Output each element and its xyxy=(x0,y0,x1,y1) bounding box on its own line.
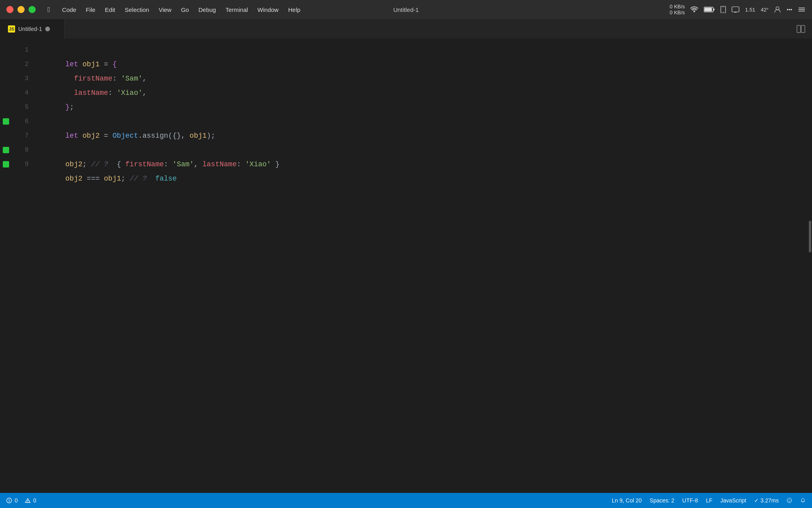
code-line-5 xyxy=(40,100,806,114)
comment-line8: // ? xyxy=(91,160,113,168)
menu-debug[interactable]: Debug xyxy=(194,5,220,15)
editor-tab[interactable]: JS Untitled-1 xyxy=(0,19,65,38)
menu-selection[interactable]: Selection xyxy=(121,5,153,15)
split-editor-icon[interactable] xyxy=(796,24,806,34)
menu-bar:  Code File Edit Selection View Go Debug… xyxy=(0,0,812,19)
code-line-3: lastName: 'Xiao', xyxy=(40,71,806,86)
line-num-7: 7 xyxy=(12,129,29,143)
prop-firstname: firstName xyxy=(74,75,112,83)
menu-terminal[interactable]: Terminal xyxy=(222,5,252,15)
minimize-button[interactable] xyxy=(17,6,25,13)
svg-point-5 xyxy=(723,12,724,13)
gutter-line-1 xyxy=(0,43,12,57)
close-button[interactable] xyxy=(6,6,13,13)
scrollbar[interactable] xyxy=(806,39,812,493)
status-language[interactable]: JavaScript xyxy=(720,497,746,504)
status-errors[interactable]: 0 xyxy=(6,497,18,504)
gutter-line-2 xyxy=(0,57,12,71)
svg-point-19 xyxy=(787,498,792,503)
svg-rect-1 xyxy=(705,8,712,12)
svg-point-21 xyxy=(790,500,791,500)
tab-bar: JS Untitled-1 xyxy=(0,19,812,39)
svg-rect-6 xyxy=(732,7,739,12)
code-editor[interactable]: let obj1 = { firstName: 'Sam', lastName:… xyxy=(36,39,806,493)
code-line-2: firstName: 'Sam', xyxy=(40,57,806,71)
code-line-8: obj2; // ? { firstName: 'Sam', lastName:… xyxy=(40,143,806,157)
svg-point-16 xyxy=(9,501,10,502)
time-display: 1.51 xyxy=(745,7,755,13)
gutter-line-6 xyxy=(0,114,12,129)
status-notification[interactable] xyxy=(800,498,806,503)
svg-point-20 xyxy=(788,500,789,500)
menu-right: 0 KB/s0 KB/s xyxy=(670,4,806,15)
menu-items:  Code File Edit Selection View Go Debug… xyxy=(44,4,670,15)
network-speed: 0 KB/s0 KB/s xyxy=(670,4,685,15)
line-num-4: 4 xyxy=(12,86,29,100)
traffic-lights xyxy=(6,6,36,13)
gutter-line-5 xyxy=(0,100,12,114)
menu-view[interactable]: View xyxy=(155,5,175,15)
menu-edit[interactable]: Edit xyxy=(101,5,119,15)
window-title: Untitled-1 xyxy=(393,6,419,13)
menu-help[interactable]: Help xyxy=(284,5,304,15)
obj-Object: Object xyxy=(113,132,138,140)
str-sam: 'Sam' xyxy=(121,75,142,83)
status-encoding[interactable]: UTF-8 xyxy=(682,497,698,504)
svg-rect-12 xyxy=(797,25,801,33)
var-obj1-ref: obj1 xyxy=(190,132,207,140)
status-live-share[interactable]: ✓ 3.27ms xyxy=(754,497,779,504)
code-line-4: }; xyxy=(40,86,806,100)
gutter-line-4 xyxy=(0,86,12,100)
status-line-ending[interactable]: LF xyxy=(706,497,712,504)
line-num-1: 1 xyxy=(12,43,29,57)
line-num-9: 9 xyxy=(12,157,29,171)
line-numbers: 1 2 3 4 5 6 7 8 9 xyxy=(12,39,36,493)
breakpoint-line-6[interactable] xyxy=(3,118,9,125)
svg-rect-7 xyxy=(734,12,737,13)
unsaved-indicator xyxy=(45,27,50,31)
list-icon[interactable] xyxy=(798,6,806,13)
temperature-display: 42° xyxy=(761,7,769,13)
var-obj1: obj1 xyxy=(82,60,100,68)
phone-icon xyxy=(720,6,726,13)
battery-icon xyxy=(704,6,715,13)
gutter-line-8 xyxy=(0,143,12,157)
gutter-line-3 xyxy=(0,71,12,86)
menu-code[interactable]: Code xyxy=(58,5,80,15)
line-num-8: 8 xyxy=(12,143,29,157)
status-smiley[interactable] xyxy=(787,498,792,503)
status-spaces[interactable]: Spaces: 2 xyxy=(650,497,674,504)
menu-window[interactable]: Window xyxy=(253,5,282,15)
code-line-6: let obj2 = Object.assign({}, obj1); xyxy=(40,114,806,129)
svg-point-18 xyxy=(27,502,28,502)
status-bar: 0 0 Ln 9, Col 20 Spaces: 2 UTF-8 LF Java… xyxy=(0,493,812,508)
keyword-let-1: let xyxy=(65,60,82,68)
keyword-let-6: let xyxy=(65,132,82,140)
status-position[interactable]: Ln 9, Col 20 xyxy=(612,497,642,504)
apple-menu[interactable]:  xyxy=(44,4,54,15)
svg-rect-2 xyxy=(714,9,715,11)
line-num-2: 2 xyxy=(12,57,29,71)
more-icon[interactable]: ••• xyxy=(787,7,792,13)
value-false: false xyxy=(155,175,177,183)
line-num-6: 6 xyxy=(12,114,29,129)
gutter-line-7 xyxy=(0,129,12,143)
menu-go[interactable]: Go xyxy=(177,5,193,15)
var-obj2-line9: obj2 xyxy=(65,175,82,183)
var-obj1-line9: obj1 xyxy=(104,175,121,183)
line-num-5: 5 xyxy=(12,100,29,114)
var-obj2-line8: obj2 xyxy=(65,160,82,168)
var-obj2: obj2 xyxy=(82,132,100,140)
editor-area[interactable]: 1 2 3 4 5 6 7 8 9 let obj1 = { firstName… xyxy=(0,39,812,493)
status-right: Ln 9, Col 20 Spaces: 2 UTF-8 LF JavaScri… xyxy=(612,497,806,504)
status-warnings[interactable]: 0 xyxy=(25,497,36,504)
maximize-button[interactable] xyxy=(29,6,36,13)
menu-file[interactable]: File xyxy=(82,5,99,15)
breakpoint-line-9[interactable] xyxy=(3,161,9,167)
tab-label: Untitled-1 xyxy=(18,26,42,32)
user-icon xyxy=(774,6,781,13)
breakpoint-line-8[interactable] xyxy=(3,147,9,153)
scrollbar-thumb[interactable] xyxy=(809,221,811,252)
svg-rect-4 xyxy=(722,7,724,7)
wifi-icon xyxy=(690,6,698,13)
